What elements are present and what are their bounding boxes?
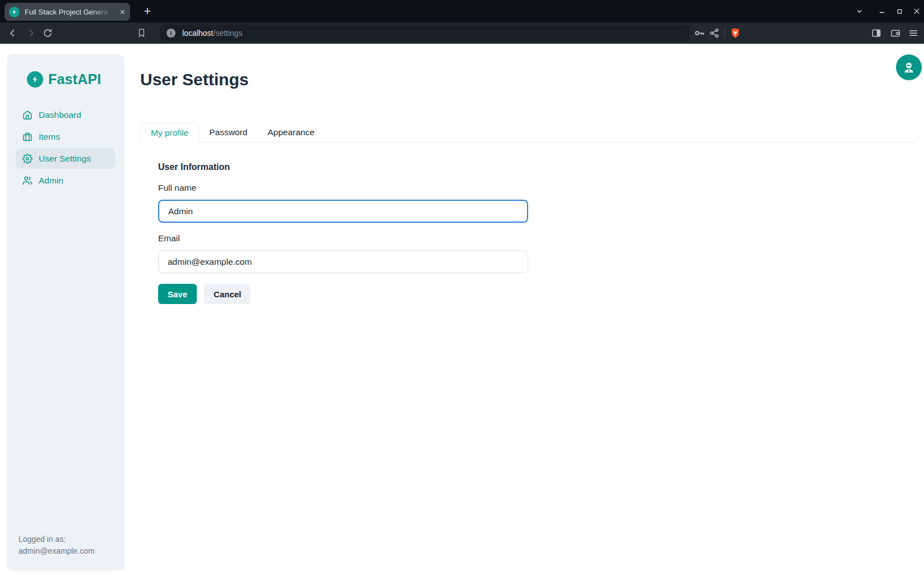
profile-tabs: My profile Password Appearance	[140, 123, 917, 142]
reload-icon[interactable]	[42, 27, 53, 39]
url-host: localhost	[182, 29, 213, 38]
sidebar-item-items[interactable]: Items	[16, 126, 116, 147]
fastapi-logo: FastAPI	[7, 54, 124, 88]
briefcase-icon	[22, 132, 33, 142]
browser-tab[interactable]: Full Stack Project Genera	[4, 3, 130, 21]
users-icon	[22, 176, 33, 186]
minimize-icon[interactable]	[877, 7, 886, 16]
menu-hamburger-icon[interactable]	[908, 27, 919, 39]
new-tab-button[interactable]: +	[140, 4, 155, 19]
back-icon[interactable]	[7, 27, 19, 39]
logged-in-label: Logged in as:	[19, 533, 95, 545]
logged-in-email: admin@example.com	[19, 545, 95, 557]
page-info-icon[interactable]: i	[167, 29, 175, 38]
tab-title: Full Stack Project Genera	[25, 8, 117, 16]
tab-search-chevron-icon[interactable]	[855, 7, 864, 16]
home-icon	[22, 110, 33, 120]
sidebar-item-label: Items	[39, 132, 60, 142]
save-button[interactable]: Save	[158, 284, 197, 304]
browser-tab-strip: Full Stack Project Genera +	[0, 0, 924, 22]
sidebar-toggle-icon[interactable]	[871, 27, 882, 39]
sidebar-item-label: Admin	[39, 176, 63, 186]
url-path: /settings	[213, 29, 242, 38]
window-controls	[847, 0, 921, 22]
close-window-icon[interactable]	[912, 7, 921, 16]
tab-my-profile[interactable]: My profile	[140, 123, 199, 142]
share-icon[interactable]	[709, 27, 720, 39]
page-content: FastAPI Dashboard Items User Settings	[0, 44, 924, 575]
wallet-icon[interactable]	[890, 27, 901, 39]
user-information-form: User Information Full name Email Save Ca…	[158, 162, 528, 304]
fastapi-favicon-icon	[9, 7, 20, 17]
section-title: User Information	[158, 162, 528, 172]
email-input[interactable]	[158, 250, 528, 273]
sidebar-item-label: Dashboard	[39, 110, 81, 120]
form-buttons: Save Cancel	[158, 284, 528, 304]
key-icon[interactable]	[694, 27, 706, 39]
user-astronaut-icon	[902, 60, 916, 75]
maximize-icon[interactable]	[895, 7, 904, 16]
page-title: User Settings	[140, 70, 248, 89]
toolbar-divider	[724, 28, 725, 38]
url-bar[interactable]: i localhost/settings	[160, 25, 690, 42]
gear-icon	[22, 154, 33, 164]
logged-in-footer: Logged in as: admin@example.com	[19, 533, 95, 557]
sidebar: FastAPI Dashboard Items User Settings	[7, 54, 124, 571]
sidebar-item-user-settings[interactable]: User Settings	[16, 148, 116, 169]
logo-text: FastAPI	[48, 71, 101, 88]
tab-password[interactable]: Password	[199, 123, 257, 142]
sidebar-item-admin[interactable]: Admin	[16, 170, 116, 191]
bookmark-icon[interactable]	[136, 28, 147, 39]
full-name-label: Full name	[158, 183, 528, 193]
tab-close-icon[interactable]	[119, 9, 126, 15]
email-label: Email	[158, 233, 528, 243]
tab-appearance[interactable]: Appearance	[257, 123, 325, 142]
sidebar-item-label: User Settings	[39, 154, 91, 164]
fastapi-bolt-icon	[27, 71, 43, 88]
brave-shield-icon[interactable]	[729, 27, 741, 39]
forward-icon[interactable]	[25, 27, 37, 39]
sidebar-item-dashboard[interactable]: Dashboard	[16, 104, 116, 125]
cancel-button[interactable]: Cancel	[204, 284, 251, 304]
full-name-input[interactable]	[158, 200, 528, 223]
user-avatar-button[interactable]	[896, 54, 922, 80]
browser-toolbar: i localhost/settings 1	[0, 22, 924, 44]
sidebar-nav: Dashboard Items User Settings Admin	[7, 104, 124, 191]
